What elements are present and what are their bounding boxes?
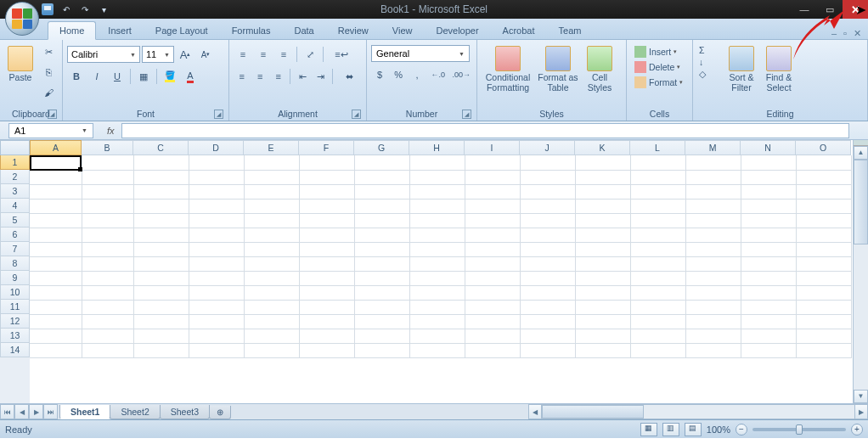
zoom-out-button[interactable]: −	[736, 424, 747, 436]
new-sheet-button[interactable]: ⊕	[209, 406, 231, 419]
column-header-M[interactable]: M	[685, 140, 741, 155]
tab-page-layout[interactable]: Page Layout	[144, 21, 220, 39]
sort-filter-button[interactable]: Sort & Filter	[724, 42, 759, 108]
zoom-level[interactable]: 100%	[707, 424, 730, 435]
page-break-view-button[interactable]: ▤	[685, 423, 702, 436]
vertical-scrollbar[interactable]: ▲ ▼	[853, 140, 868, 403]
redo-button[interactable]: ↷	[78, 3, 92, 16]
conditional-formatting-button[interactable]: Conditional Formatting	[482, 42, 534, 108]
borders-button[interactable]: ▦	[134, 67, 153, 86]
format-cells-button[interactable]: Format ▾	[631, 75, 688, 90]
row-header-7[interactable]: 7	[0, 242, 30, 256]
align-middle-button[interactable]: ≡	[254, 45, 273, 64]
hscroll-thumb[interactable]	[542, 405, 644, 419]
sheet-tab-3[interactable]: Sheet3	[160, 405, 210, 419]
zoom-slider-thumb[interactable]	[796, 424, 803, 435]
column-header-D[interactable]: D	[189, 140, 244, 155]
maximize-button[interactable]: ▭	[817, 0, 843, 19]
row-header-13[interactable]: 13	[0, 329, 30, 343]
row-header-8[interactable]: 8	[0, 256, 30, 271]
increase-decimal-button[interactable]: ←.0	[427, 65, 448, 84]
row-header-2[interactable]: 2	[0, 170, 30, 184]
undo-button[interactable]: ↶	[59, 3, 73, 16]
tab-review[interactable]: Review	[326, 21, 380, 39]
select-all-button[interactable]	[0, 140, 30, 155]
scroll-down-button[interactable]: ▼	[854, 390, 868, 403]
italic-button[interactable]: I	[87, 67, 106, 86]
sheet-tab-2[interactable]: Sheet2	[110, 405, 160, 419]
row-header-14[interactable]: 14	[0, 343, 30, 357]
zoom-in-button[interactable]: +	[851, 424, 863, 436]
column-header-F[interactable]: F	[299, 140, 354, 155]
wrap-text-button[interactable]: ≡↩	[327, 45, 356, 64]
row-header-10[interactable]: 10	[0, 285, 30, 300]
scroll-track[interactable]	[854, 244, 868, 390]
row-header-9[interactable]: 9	[0, 271, 30, 285]
decrease-indent-button[interactable]: ⇤	[294, 67, 310, 86]
minimize-button[interactable]: —	[792, 0, 817, 19]
format-painter-button[interactable]: 🖌	[39, 83, 58, 102]
find-select-button[interactable]: Find & Select	[762, 42, 796, 108]
row-header-12[interactable]: 12	[0, 314, 30, 329]
tab-acrobat[interactable]: Acrobat	[491, 21, 547, 39]
column-header-C[interactable]: C	[133, 140, 189, 155]
shrink-font-button[interactable]: A▾	[196, 45, 215, 64]
paste-button[interactable]: Paste	[4, 42, 37, 108]
row-header-6[interactable]: 6	[0, 228, 30, 242]
formula-input[interactable]	[121, 123, 849, 138]
percent-button[interactable]: %	[390, 65, 407, 84]
row-header-1[interactable]: 1	[0, 155, 30, 170]
fill-color-button[interactable]: 🪣	[161, 67, 179, 86]
cell-styles-button[interactable]: Cell Styles	[582, 42, 617, 108]
column-header-A[interactable]: A	[30, 140, 82, 155]
number-format-combo[interactable]: General▼	[371, 45, 470, 62]
number-dialog-launcher[interactable]: ◢	[462, 110, 471, 119]
align-bottom-button[interactable]: ≡	[274, 45, 293, 64]
merge-center-button[interactable]: ⬌	[336, 67, 362, 86]
doc-close-button[interactable]: ✕	[854, 28, 861, 39]
sheet-tab-1[interactable]: Sheet1	[59, 405, 110, 419]
office-button[interactable]	[5, 2, 39, 36]
column-header-B[interactable]: B	[82, 140, 133, 155]
row-header-11[interactable]: 11	[0, 300, 30, 314]
alignment-dialog-launcher[interactable]: ◢	[352, 110, 361, 119]
column-header-K[interactable]: K	[575, 140, 630, 155]
cell-area[interactable]	[30, 155, 852, 358]
insert-cells-button[interactable]: Insert ▾	[631, 44, 688, 59]
tab-insert[interactable]: Insert	[96, 21, 144, 39]
doc-restore-button[interactable]: ▫	[843, 28, 847, 39]
column-header-E[interactable]: E	[244, 140, 299, 155]
zoom-slider[interactable]	[752, 428, 846, 431]
clipboard-dialog-launcher[interactable]: ◢	[48, 110, 57, 119]
column-header-H[interactable]: H	[409, 140, 465, 155]
bold-button[interactable]: B	[67, 67, 86, 86]
comma-button[interactable]: ,	[409, 65, 426, 84]
column-header-O[interactable]: O	[796, 140, 851, 155]
scroll-left-button[interactable]: ◀	[528, 404, 542, 419]
align-center-button[interactable]: ≡	[251, 67, 268, 86]
currency-button[interactable]: $	[371, 65, 388, 84]
tab-developer[interactable]: Developer	[424, 21, 490, 39]
scroll-thumb[interactable]	[854, 160, 868, 244]
format-as-table-button[interactable]: Format as Table	[537, 42, 579, 108]
horizontal-scrollbar[interactable]: ◀ ▶	[528, 404, 868, 419]
align-right-button[interactable]: ≡	[270, 67, 286, 86]
align-left-button[interactable]: ≡	[234, 67, 250, 86]
tab-team[interactable]: Team	[547, 21, 594, 39]
copy-button[interactable]: ⎘	[39, 63, 58, 81]
row-header-4[interactable]: 4	[0, 199, 30, 213]
font-size-combo[interactable]: 11▼	[142, 46, 174, 63]
align-top-button[interactable]: ≡	[234, 45, 252, 64]
column-header-G[interactable]: G	[354, 140, 409, 155]
autosum-button[interactable]: Σ	[697, 44, 721, 56]
column-header-N[interactable]: N	[741, 140, 796, 155]
page-layout-view-button[interactable]: ▥	[662, 423, 679, 436]
delete-cells-button[interactable]: Delete ▾	[631, 59, 688, 75]
fill-button[interactable]: ↓	[697, 56, 721, 68]
split-handle-icon[interactable]	[854, 140, 868, 146]
prev-sheet-button[interactable]: ◀	[14, 404, 29, 419]
underline-button[interactable]: U	[108, 67, 127, 86]
tab-home[interactable]: Home	[48, 21, 96, 40]
close-button[interactable]: ✕	[843, 0, 868, 19]
tab-data[interactable]: Data	[282, 21, 325, 39]
